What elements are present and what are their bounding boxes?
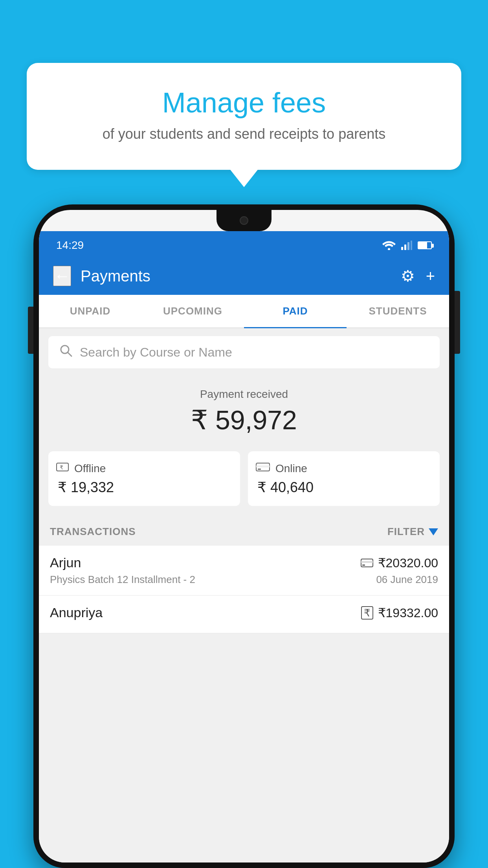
rupee-note-icon: ₹	[56, 462, 69, 475]
credit-card-icon	[256, 462, 270, 475]
search-bar[interactable]: Search by Course or Name	[48, 336, 440, 368]
signal-icon	[401, 241, 412, 250]
transaction-amount: ₹20320.00	[378, 555, 438, 570]
filter-label: FILTER	[387, 526, 425, 538]
transaction-row[interactable]: Anupriya ₹ ₹19332.00	[39, 596, 449, 633]
payment-type-icon: ₹	[361, 606, 373, 620]
tab-upcoming[interactable]: UPCOMING	[141, 295, 244, 327]
transactions-label: TRANSACTIONS	[50, 526, 136, 538]
offline-card-header: ₹ Offline	[56, 462, 232, 475]
transaction-row-top: Arjun ₹20320.00	[50, 555, 438, 570]
payment-amount: ₹ 59,972	[48, 405, 440, 436]
status-icons	[382, 241, 432, 250]
camera-dot	[240, 216, 248, 225]
transaction-row[interactable]: Arjun ₹20320.00 Physics Batch 12 Install…	[39, 546, 449, 596]
transaction-row-bottom: Physics Batch 12 Installment - 2 06 June…	[50, 574, 438, 586]
app-bar: ← Payments ⚙ +	[39, 257, 449, 295]
offline-amount: ₹ 19,332	[56, 479, 232, 496]
transaction-amount-wrap: ₹20320.00	[361, 555, 438, 570]
back-button[interactable]: ←	[53, 266, 71, 286]
svg-rect-10	[256, 465, 270, 467]
tooltip-card: Manage fees of your students and send re…	[27, 63, 461, 170]
wifi-icon	[382, 241, 396, 250]
tooltip-title: Manage fees	[46, 86, 442, 119]
svg-line-6	[68, 352, 72, 356]
content-area: Search by Course or Name Payment receive…	[39, 328, 449, 862]
add-button[interactable]: +	[426, 267, 435, 285]
transaction-desc: Physics Batch 12 Installment - 2	[50, 574, 195, 586]
tab-students[interactable]: STUDENTS	[347, 295, 449, 327]
status-bar: 14:29	[39, 231, 449, 257]
settings-button[interactable]: ⚙	[401, 267, 415, 285]
svg-rect-1	[401, 247, 403, 250]
offline-label: Offline	[74, 462, 106, 475]
online-card-header: Online	[256, 462, 432, 475]
phone-frame: 14:29	[33, 204, 455, 868]
svg-rect-13	[361, 561, 373, 563]
status-time: 14:29	[56, 239, 84, 252]
transaction-name: Anupriya	[50, 605, 103, 620]
tooltip-subtitle: of your students and send receipts to pa…	[46, 126, 442, 142]
svg-rect-11	[258, 469, 261, 470]
svg-rect-3	[407, 242, 409, 250]
payment-cards: ₹ Offline ₹ 19,332	[39, 443, 449, 518]
svg-rect-4	[411, 241, 412, 250]
svg-point-0	[388, 248, 390, 250]
tabs: UNPAID UPCOMING PAID STUDENTS	[39, 295, 449, 328]
payment-type-icon	[361, 558, 373, 568]
online-label: Online	[275, 462, 307, 475]
notch	[216, 210, 272, 231]
transactions-header: TRANSACTIONS FILTER	[39, 518, 449, 546]
tab-unpaid[interactable]: UNPAID	[39, 295, 141, 327]
online-payment-card: Online ₹ 40,640	[248, 451, 440, 506]
battery-icon	[418, 241, 432, 249]
transaction-name: Arjun	[50, 555, 81, 570]
transaction-amount-wrap: ₹ ₹19332.00	[361, 605, 438, 620]
phone-screen: 14:29	[39, 210, 449, 862]
svg-rect-14	[362, 565, 365, 566]
app-bar-title: Payments	[81, 267, 391, 285]
app-bar-icons: ⚙ +	[401, 267, 435, 285]
filter-icon	[429, 528, 438, 535]
search-icon	[59, 344, 73, 360]
offline-payment-card: ₹ Offline ₹ 19,332	[48, 451, 240, 506]
payment-received-section: Payment received ₹ 59,972	[39, 376, 449, 443]
search-placeholder: Search by Course or Name	[80, 345, 232, 360]
filter-button[interactable]: FILTER	[387, 526, 438, 538]
svg-text:₹: ₹	[60, 464, 63, 471]
svg-rect-2	[404, 245, 406, 250]
online-amount: ₹ 40,640	[256, 479, 432, 496]
transaction-amount: ₹19332.00	[378, 605, 438, 620]
tab-paid[interactable]: PAID	[244, 295, 347, 327]
transaction-date: 06 June 2019	[376, 574, 438, 586]
transaction-row-top: Anupriya ₹ ₹19332.00	[50, 605, 438, 620]
payment-received-label: Payment received	[48, 388, 440, 401]
